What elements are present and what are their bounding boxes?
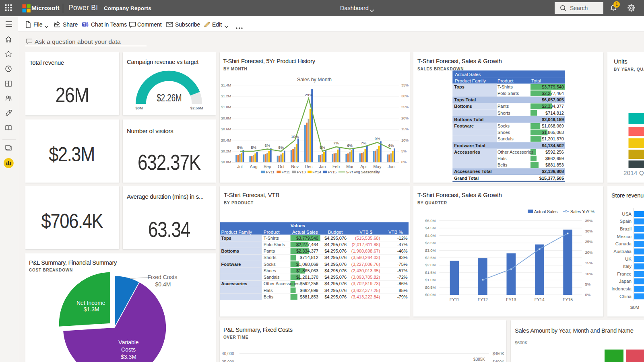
svg-text:$1.2M: $1.2M — [221, 94, 231, 98]
svg-text:(3,702,819.73): (3,702,819.73) — [351, 281, 380, 286]
svg-text:China: China — [619, 294, 632, 299]
svg-text:-86%: -86% — [397, 281, 408, 286]
svg-text:Italy: Italy — [623, 264, 631, 269]
svg-text:10%: 10% — [401, 138, 409, 142]
svg-text:35%: 35% — [401, 83, 409, 87]
svg-text:Budget: Budget — [328, 230, 343, 234]
svg-text:-83%: -83% — [397, 255, 408, 260]
svg-text:Oct: Oct — [278, 164, 284, 169]
svg-text:Values: Values — [291, 223, 305, 228]
svg-text:$4,134,502: $4,134,502 — [542, 143, 564, 148]
svg-text:$3,779,540: $3,779,540 — [296, 236, 318, 241]
svg-text:$2,136,808: $2,136,808 — [542, 169, 564, 174]
svg-text:(2,017,611.88): (2,017,611.88) — [352, 242, 380, 247]
svg-text:$4,295,076: $4,295,076 — [324, 288, 347, 293]
svg-text:$881,853: $881,853 — [545, 162, 564, 167]
svg-text:Belts: Belts — [264, 294, 274, 299]
svg-text:Tops: Tops — [454, 84, 464, 89]
svg-text:P&L Summary, Fixed Costs: P&L Summary, Fixed Costs — [223, 327, 293, 333]
svg-text:$4,295,076: $4,295,076 — [324, 236, 347, 241]
svg-text:Shoes: Shoes — [497, 130, 510, 135]
svg-text:$4,295,076: $4,295,076 — [324, 249, 347, 253]
svg-text:20%: 20% — [401, 116, 409, 120]
svg-text:$0.5M: $0.5M — [425, 285, 436, 290]
svg-text:0%: 0% — [585, 292, 590, 297]
svg-text:$1,068,069: $1,068,069 — [542, 123, 564, 128]
svg-text:Sandals: Sandals — [497, 136, 514, 141]
svg-text:$4.5M: $4.5M — [425, 226, 436, 230]
svg-text:(515,535.68): (515,535.68) — [355, 236, 380, 241]
svg-text:Aug: Aug — [250, 164, 258, 169]
svg-text:$3.0M: $3.0M — [425, 248, 436, 253]
svg-text:Bottoms Total: Bottoms Total — [454, 117, 483, 122]
svg-text:Polo Shirts: Polo Shirts — [497, 91, 519, 96]
svg-text:40,000: 40,000 — [222, 352, 234, 356]
svg-text:$600K: $600K — [515, 340, 528, 345]
svg-text:5%: 5% — [401, 149, 407, 153]
svg-text:Product: Product — [497, 78, 514, 83]
svg-text:Tops Total: Tops Total — [454, 97, 476, 102]
svg-text:May: May — [374, 164, 382, 169]
svg-text:-75%: -75% — [397, 262, 408, 267]
svg-text:-79%: -79% — [397, 294, 408, 299]
svg-text:VTB %: VTB % — [388, 230, 403, 234]
svg-text:Jun: Jun — [388, 164, 394, 169]
svg-text:OVER TIME: OVER TIME — [223, 335, 248, 339]
svg-text:FY11: FY11 — [450, 297, 459, 302]
svg-text:15%: 15% — [585, 261, 593, 265]
svg-text:Brazil: Brazil — [620, 226, 632, 231]
svg-text:FY15: FY15 — [563, 297, 573, 302]
svg-text:$2,277,464: $2,277,464 — [542, 91, 564, 96]
svg-text:$0.6M: $0.6M — [221, 127, 231, 131]
svg-text:Grand Total: Grand Total — [454, 176, 479, 181]
svg-text:$881,853: $881,853 — [300, 294, 318, 299]
svg-text:FY14: FY14 — [535, 297, 545, 302]
svg-text:(1,960,698.67): (1,960,698.67) — [351, 249, 380, 253]
svg-text:(3,227,006.76): (3,227,006.76) — [351, 262, 380, 267]
svg-text:(3,632,377.25): (3,632,377.25) — [351, 288, 380, 293]
svg-text:Canada: Canada — [615, 241, 632, 246]
svg-text:$3.3M: $3.3M — [121, 353, 136, 360]
svg-text:Feb: Feb — [332, 164, 340, 169]
svg-text:(3,093,705.82): (3,093,705.82) — [351, 275, 380, 280]
svg-text:$4,295,076: $4,295,076 — [324, 242, 347, 247]
svg-text:Mexico: Mexico — [617, 234, 631, 239]
svg-text:Bottoms: Bottoms — [454, 104, 472, 109]
svg-text:Actual Sales: Actual Sales — [292, 230, 318, 234]
svg-text:BY YEAR, QUARTER AN: BY YEAR, QUARTER AN — [614, 67, 644, 72]
svg-text:29%: 29% — [305, 93, 313, 97]
svg-text:-72%: -72% — [397, 275, 408, 280]
svg-text:FY11: FY11 — [266, 170, 275, 174]
svg-text:$592,256: $592,256 — [300, 281, 318, 286]
svg-text:$6,057,005: $6,057,005 — [542, 97, 564, 102]
svg-text:6%: 6% — [347, 143, 353, 148]
svg-text:Jan: Jan — [319, 164, 326, 169]
svg-text:Spain: Spain — [619, 219, 631, 224]
svg-text:20%: 20% — [585, 250, 593, 255]
svg-text:Shoes: Shoes — [264, 268, 277, 273]
svg-text:$1,865,063: $1,865,063 — [542, 130, 564, 135]
svg-text:Jul: Jul — [237, 164, 242, 169]
svg-text:(2,430,013.35): (2,430,013.35) — [351, 268, 380, 273]
svg-text:P&L Summary, Financial Summary: P&L Summary, Financial Summary — [29, 259, 117, 265]
svg-text:FY14: FY14 — [312, 170, 321, 174]
svg-text:Mar: Mar — [346, 164, 354, 169]
svg-text:35%: 35% — [585, 218, 593, 223]
svg-text:6%: 6% — [264, 143, 270, 148]
svg-text:Sales by Month: Sales by Month — [297, 77, 332, 82]
svg-text:$1,201,370: $1,201,370 — [296, 275, 318, 280]
svg-text:$1.0M: $1.0M — [221, 105, 231, 109]
svg-text:Footware: Footware — [454, 123, 474, 128]
svg-text:T-Shirts: T-Shirts — [497, 84, 513, 89]
svg-text:6%: 6% — [388, 143, 394, 148]
svg-text:$2.0M: $2.0M — [425, 263, 436, 267]
svg-text:Nov: Nov — [291, 164, 299, 169]
svg-text:T-Shirts: T-Shirts — [264, 236, 279, 241]
svg-text:$4,295,076: $4,295,076 — [324, 262, 347, 267]
svg-text:Shorts: Shorts — [264, 255, 277, 260]
svg-text:$450K: $450K — [493, 352, 504, 356]
svg-text:France: France — [617, 272, 632, 276]
svg-text:$592,256: $592,256 — [545, 150, 564, 154]
svg-text:5-Yr Avg Seasonality: 5-Yr Avg Seasonality — [346, 170, 380, 174]
svg-text:Bottoms: Bottoms — [221, 249, 239, 253]
